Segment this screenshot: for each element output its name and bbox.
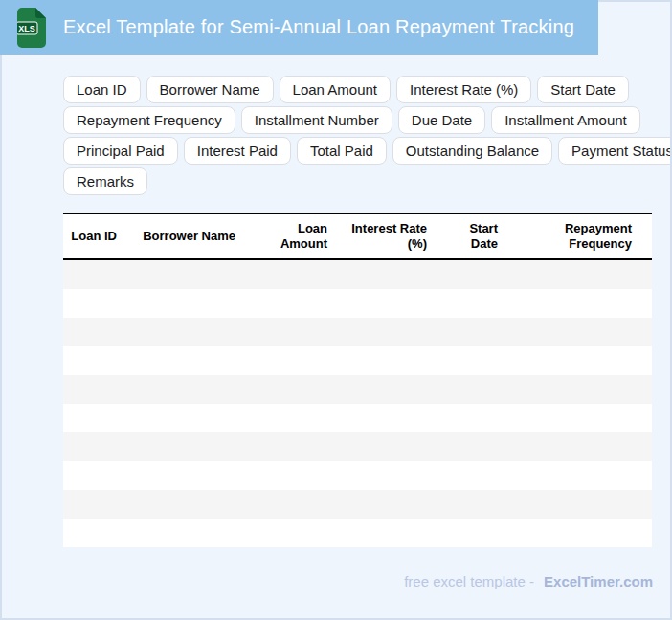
table-cell-empty [647, 432, 652, 461]
table-cell-empty [63, 375, 132, 404]
table-cell-empty [132, 519, 251, 547]
xls-file-icon: XLS [17, 8, 46, 48]
table-cell-empty [442, 461, 513, 490]
table-cell-empty [343, 375, 442, 404]
column-header-installment-number: Installment Number [647, 214, 652, 260]
table-cell-empty [343, 404, 442, 432]
table-cell-empty [132, 289, 251, 318]
chip-remarks[interactable]: Remarks [63, 167, 147, 195]
table-cell-empty [63, 404, 132, 432]
chip-row: Remarks [63, 167, 657, 195]
table-cell-empty [513, 519, 647, 547]
chip-interest-rate[interactable]: Interest Rate (%) [396, 76, 531, 103]
table-cell-empty [251, 318, 343, 346]
footer: free excel template -ExcelTimer.com [404, 572, 653, 590]
chip-repayment-frequency[interactable]: Repayment Frequency [63, 106, 235, 134]
table-cell-empty [343, 519, 442, 547]
table-row [63, 519, 652, 547]
table-row [63, 318, 652, 346]
table-cell-empty [63, 490, 132, 519]
table-cell-empty [63, 289, 132, 318]
table-cell-empty [63, 346, 132, 375]
table-cell-empty [132, 490, 251, 519]
table-header-row: Loan IDBorrower NameLoan AmountInterest … [63, 214, 652, 260]
chip-start-date[interactable]: Start Date [537, 76, 629, 103]
column-header-interest-rate: Interest Rate (%) [343, 214, 442, 260]
table-cell-empty [442, 259, 513, 289]
header-bar: XLS Excel Template for Semi-Annual Loan … [0, 0, 598, 55]
table-cell-empty [132, 404, 251, 432]
column-header-loan-id: Loan ID [63, 214, 132, 260]
table-cell-empty [251, 259, 343, 289]
table-row [63, 375, 652, 404]
table-body [63, 259, 652, 547]
table-cell-empty [513, 318, 647, 346]
chip-outstanding-balance[interactable]: Outstanding Balance [392, 137, 552, 165]
chip-due-date[interactable]: Due Date [398, 106, 485, 134]
table-cell-empty [132, 259, 251, 289]
table-cell-empty [343, 461, 442, 490]
table-cell-empty [132, 375, 251, 404]
table-row [63, 259, 652, 289]
table-cell-empty [251, 289, 343, 318]
chip-loan-id[interactable]: Loan ID [63, 76, 141, 103]
table-cell-empty [343, 432, 442, 461]
table-cell-empty [63, 318, 132, 346]
column-header-start-date: Start Date [442, 214, 513, 260]
loan-repayment-table: Loan IDBorrower NameLoan AmountInterest … [63, 213, 652, 547]
table-cell-empty [647, 259, 652, 289]
table-cell-empty [63, 432, 132, 461]
table-cell-empty [513, 404, 647, 432]
table-cell-empty [343, 289, 442, 318]
table-cell-empty [251, 375, 343, 404]
table-cell-empty [343, 259, 442, 289]
table-cell-empty [442, 375, 513, 404]
table-cell-empty [442, 490, 513, 519]
table-cell-empty [343, 490, 442, 519]
table-row [63, 404, 652, 432]
table-cell-empty [343, 346, 442, 375]
table-cell-empty [647, 461, 652, 490]
table-cell-empty [132, 461, 251, 490]
table-cell-empty [513, 375, 647, 404]
chip-installment-amount[interactable]: Installment Amount [491, 106, 640, 134]
chip-total-paid[interactable]: Total Paid [297, 137, 387, 165]
table-cell-empty [63, 259, 132, 289]
chip-row: Principal PaidInterest PaidTotal PaidOut… [63, 137, 657, 165]
table-cell-empty [647, 318, 652, 346]
chip-borrower-name[interactable]: Borrower Name [146, 76, 274, 103]
table-cell-empty [647, 490, 652, 519]
table-row [63, 289, 652, 318]
chip-interest-paid[interactable]: Interest Paid [184, 137, 291, 165]
table-cell-empty [647, 375, 652, 404]
table-cell-empty [251, 519, 343, 547]
table-cell-empty [343, 318, 442, 346]
table-cell-empty [513, 461, 647, 490]
preview-table-container: Loan IDBorrower NameLoan AmountInterest … [63, 213, 652, 547]
table-header: Loan IDBorrower NameLoan AmountInterest … [63, 214, 652, 260]
table-cell-empty [647, 289, 652, 318]
chip-principal-paid[interactable]: Principal Paid [63, 137, 178, 165]
table-cell-empty [63, 519, 132, 547]
brand-link[interactable]: ExcelTimer.com [544, 573, 653, 589]
table-cell-empty [442, 289, 513, 318]
column-header-borrower-name: Borrower Name [132, 214, 251, 260]
table-cell-empty [647, 519, 652, 547]
chip-row: Repayment FrequencyInstallment NumberDue… [63, 106, 657, 134]
table-cell-empty [251, 404, 343, 432]
table-row [63, 346, 652, 375]
table-cell-empty [647, 404, 652, 432]
table-cell-empty [442, 432, 513, 461]
chip-installment-number[interactable]: Installment Number [241, 106, 392, 134]
table-cell-empty [647, 346, 652, 375]
column-header-repayment-frequency: Repayment Frequency [513, 214, 647, 260]
table-cell-empty [251, 461, 343, 490]
table-cell-empty [251, 346, 343, 375]
column-header-loan-amount: Loan Amount [251, 214, 343, 260]
table-cell-empty [513, 346, 647, 375]
table-cell-empty [442, 346, 513, 375]
table-cell-empty [513, 432, 647, 461]
table-cell-empty [513, 490, 647, 519]
chip-payment-status[interactable]: Payment Status [558, 137, 672, 165]
chip-loan-amount[interactable]: Loan Amount [280, 76, 391, 103]
